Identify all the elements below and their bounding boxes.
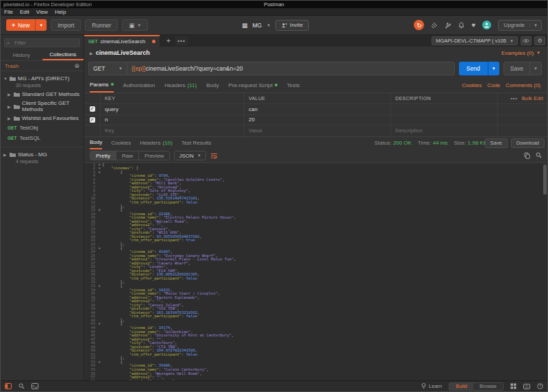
request-testobj[interactable]: GET TestObj	[1, 123, 84, 133]
filter-input[interactable]	[4, 38, 80, 47]
wrench-icon[interactable]	[445, 22, 451, 29]
sidebar-toggle-icon[interactable]	[5, 383, 12, 389]
console-icon[interactable]	[32, 383, 38, 389]
trash-link[interactable]: Trash	[5, 63, 18, 69]
tab-response-headers[interactable]: Headers(10)	[140, 137, 172, 149]
new-collection-icon[interactable]: ⊕	[74, 62, 79, 69]
save-options-caret[interactable]: ▼	[530, 62, 541, 75]
save-response-button[interactable]: Save	[485, 138, 508, 148]
workspace-caret-icon[interactable]: ▼	[266, 23, 271, 27]
find-replace-icon[interactable]	[18, 383, 25, 389]
copy-icon[interactable]	[524, 152, 530, 159]
environment-select[interactable]: MGAPI-DEVL-CTMAPP ( v105 ▼	[432, 36, 518, 45]
folder-client-specific-get-methods[interactable]: ▶ Client Specific GET Methods	[1, 99, 84, 114]
tab-authorization[interactable]: Authorization	[123, 77, 155, 93]
url-input[interactable]: {{ep}} cinemaLiveSearch/?query=can&n=20	[127, 62, 455, 75]
format-select[interactable]: JSON ▼	[174, 151, 206, 160]
tab-cinemalivesearch[interactable]: GET cinemaLiveSearch	[84, 35, 160, 47]
satellite-icon[interactable]	[431, 22, 438, 29]
param-key-placeholder[interactable]: Key	[105, 127, 114, 134]
chevron-collapsed-icon[interactable]: ▶	[8, 104, 12, 109]
help-icon[interactable]: ?	[537, 383, 543, 389]
invite-button[interactable]: Invite	[275, 20, 309, 31]
tab-options-button[interactable]: •••	[175, 36, 188, 45]
wrap-lines-button[interactable]	[210, 153, 218, 159]
heart-icon[interactable]: ♥	[471, 21, 475, 29]
cookies-link[interactable]: Cookies	[462, 82, 482, 88]
menu-edit[interactable]: Edit	[20, 9, 29, 15]
menu-file[interactable]: File	[4, 9, 13, 15]
tab-tests[interactable]: Tests	[287, 77, 300, 93]
shortcuts-icon[interactable]	[523, 384, 530, 389]
view-pretty-button[interactable]: Pretty	[90, 151, 116, 160]
code-link[interactable]: Code	[487, 82, 500, 88]
chevron-right-icon[interactable]: ▶	[90, 51, 93, 56]
send-button[interactable]: Send ▼	[459, 62, 499, 75]
tab-body[interactable]: Body	[206, 77, 219, 93]
param-value[interactable]: 20	[249, 117, 255, 123]
collections-label: Collections	[49, 51, 76, 58]
folder-standard-get-methods[interactable]: ▶ Standard GET Methods	[1, 90, 84, 99]
param-value[interactable]: can	[249, 106, 258, 112]
new-tab-button[interactable]: +	[163, 35, 174, 47]
browse-mode-button[interactable]: Browse	[473, 383, 503, 390]
folder-wishlist-and-favourites[interactable]: ▶ Wishlist and Favourites	[1, 114, 84, 123]
tab-response-body[interactable]: Body	[90, 137, 102, 149]
avatar[interactable]	[482, 21, 491, 29]
app-title: Postman	[1, 1, 547, 8]
tab-test-results[interactable]: Test Results	[182, 137, 212, 149]
runner-button[interactable]: Runner	[85, 19, 118, 31]
environment-quicklook-button[interactable]	[521, 36, 532, 45]
tab-pre-request-script[interactable]: Pre-request Script	[228, 77, 277, 93]
method-select[interactable]: GET ▼	[88, 62, 127, 75]
menu-help[interactable]: Help	[55, 9, 66, 15]
param-key[interactable]: query	[105, 106, 119, 112]
param-value-placeholder[interactable]: Value	[249, 127, 262, 134]
tab-params[interactable]: Params	[90, 77, 114, 93]
checkbox-checked[interactable]: ✓	[90, 106, 95, 112]
chevron-collapsed-icon[interactable]: ▶	[8, 116, 12, 121]
workspace-name[interactable]: MG	[253, 22, 262, 29]
params-more-button[interactable]: •••	[510, 96, 517, 101]
learn-button[interactable]: Learn	[421, 383, 442, 389]
split-view-icon[interactable]	[510, 383, 516, 389]
bulk-edit-link[interactable]: Bulk Edit	[522, 96, 543, 101]
tab-response-cookies[interactable]: Cookies	[111, 137, 131, 149]
new-button[interactable]: +New ▼	[6, 19, 47, 31]
sync-status-icon[interactable]: ↻	[414, 20, 424, 30]
new-dropdown-caret[interactable]: ▼	[35, 19, 47, 31]
workspace-grid-icon[interactable]: ▦	[242, 22, 248, 29]
tab-headers[interactable]: Headers(11)	[164, 77, 197, 93]
upgrade-button[interactable]: Upgrade ▼	[498, 20, 542, 31]
view-preview-button[interactable]: Preview	[139, 151, 169, 160]
param-description-placeholder[interactable]: Description	[395, 127, 423, 134]
workspace-switcher-button[interactable]: ▣▼	[122, 19, 148, 31]
chevron-collapsed-icon[interactable]: ▶	[8, 92, 12, 97]
chevron-expanded-icon[interactable]: ▼	[3, 77, 8, 81]
comments-link[interactable]: Comments (0)	[506, 82, 540, 88]
save-button[interactable]: Save ▼	[503, 62, 542, 75]
send-options-caret[interactable]: ▼	[488, 62, 499, 75]
response-body-code[interactable]: 1▼{2▼ "cinemas": [3▼ {4 "cinema_id": 979…	[84, 162, 547, 381]
param-key[interactable]: n	[105, 117, 108, 123]
settings-button[interactable]: ⚙	[534, 36, 545, 45]
search-icon[interactable]	[536, 152, 542, 159]
tab-history[interactable]: History	[1, 49, 42, 60]
view-raw-button[interactable]: Raw	[116, 151, 139, 160]
import-button[interactable]: Import	[51, 19, 81, 31]
upgrade-caret-icon[interactable]: ▼	[530, 23, 541, 27]
bell-icon[interactable]	[458, 22, 464, 29]
examples-dropdown[interactable]: Examples (0) ▼	[501, 50, 540, 56]
chevron-collapsed-icon[interactable]: ▶	[3, 152, 8, 157]
request-testsql[interactable]: GET TestSQL	[1, 133, 84, 143]
download-response-button[interactable]: Download	[511, 138, 545, 148]
collection-mg-apis[interactable]: ▼ MG - API's (DIRECT)	[1, 74, 84, 83]
build-mode-button[interactable]: Build	[449, 383, 473, 390]
checkbox-checked[interactable]: ✓	[90, 117, 95, 123]
tab-collections[interactable]: Collections	[42, 49, 84, 60]
import-label: Import	[58, 22, 74, 29]
invite-label: Invite	[290, 22, 303, 28]
collection-status-mg[interactable]: ▶ Status - MG	[1, 150, 84, 159]
menu-view[interactable]: View	[36, 9, 48, 15]
vertical-scrollbar[interactable]	[543, 164, 547, 195]
